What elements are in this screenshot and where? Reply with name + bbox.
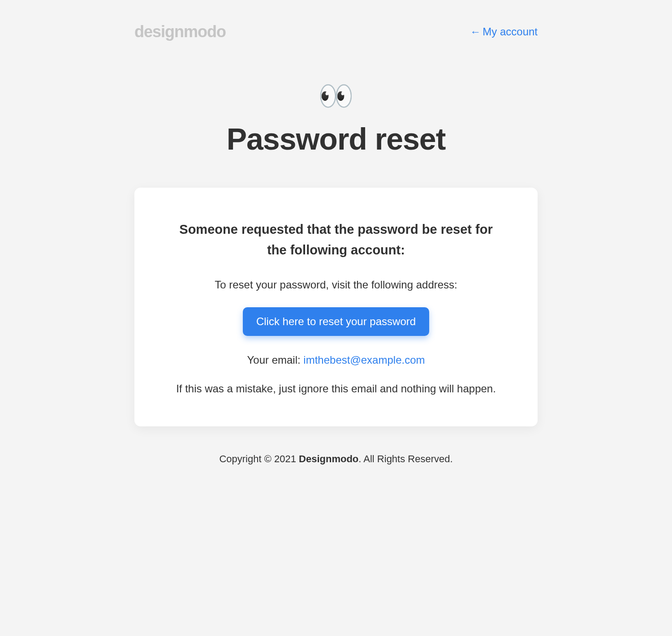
content-card: Someone requested that the password be r… [134, 188, 538, 426]
account-link-label: My account [482, 26, 538, 38]
hero-section: 👀 Password reset [134, 82, 538, 156]
page-title: Password reset [134, 121, 538, 156]
email-link[interactable]: imthebest@example.com [303, 354, 425, 366]
reset-password-button[interactable]: Click here to reset your password [243, 307, 429, 336]
disclaimer-text: If this was a mistake, just ignore this … [170, 382, 502, 395]
email-line: Your email: imthebest@example.com [170, 354, 502, 366]
copyright-prefix: Copyright © 2021 [219, 453, 299, 464]
my-account-link[interactable]: ←My account [470, 26, 538, 38]
logo: designmodo [134, 22, 226, 41]
footer: Copyright © 2021 Designmodo. All Rights … [134, 453, 538, 465]
lead-text: Someone requested that the password be r… [170, 219, 502, 261]
copyright-suffix: . All Rights Reserved. [358, 453, 452, 464]
arrow-left-icon: ← [470, 26, 481, 38]
header: designmodo ←My account [134, 22, 538, 41]
email-prefix: Your email: [247, 354, 304, 366]
footer-brand: Designmodo [299, 453, 358, 464]
eyes-icon: 👀 [134, 82, 538, 110]
instruction-text: To reset your password, visit the follow… [170, 279, 502, 291]
